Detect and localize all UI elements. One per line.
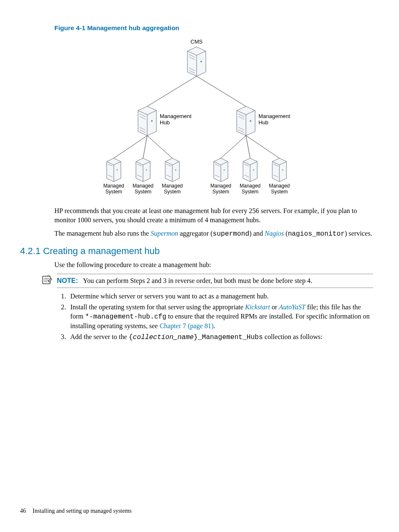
link-supermon[interactable]: Supermon — [151, 230, 178, 237]
svg-text:System: System — [135, 189, 151, 195]
svg-text:Managed: Managed — [162, 183, 183, 189]
steps-list: Determine which server or servers you wa… — [54, 292, 373, 342]
figure-caption: Figure 4-1 Management hub aggregation — [54, 24, 373, 32]
note-label: NOTE: — [57, 277, 78, 284]
paragraph-services: The management hub also runs the Supermo… — [54, 229, 373, 239]
paragraph-recommendation: HP recommends that you create at least o… — [54, 207, 373, 225]
svg-line-13 — [147, 76, 197, 106]
svg-text:Hub: Hub — [258, 119, 269, 126]
svg-text:System: System — [105, 189, 122, 195]
link-nagios[interactable]: Nagios — [265, 230, 284, 237]
svg-text:Management: Management — [258, 113, 290, 119]
svg-text:Managed: Managed — [210, 183, 231, 189]
svg-line-23 — [246, 136, 250, 158]
intro-text: Use the following procedure to create a … — [54, 261, 373, 270]
page-footer: 46Installing and setting up managed syst… — [20, 508, 132, 514]
svg-text:Hub: Hub — [160, 119, 170, 126]
svg-text:System: System — [212, 189, 229, 195]
svg-line-19 — [114, 136, 147, 158]
svg-text:System: System — [164, 189, 181, 195]
link-chapter7[interactable]: Chapter 7 (page 81) — [160, 322, 214, 330]
svg-line-24 — [246, 136, 279, 158]
page-number: 46 — [20, 508, 26, 514]
svg-text:System: System — [271, 189, 288, 195]
svg-text:Managed: Managed — [240, 183, 261, 189]
svg-line-14 — [197, 76, 246, 106]
diagram-management-hub: CMS Management Hub Management Hub Manage… — [79, 36, 314, 199]
note-icon — [41, 274, 53, 285]
step-1: Determine which server or servers you wa… — [68, 292, 373, 301]
link-autoyast[interactable]: AutoYaST — [279, 303, 305, 311]
svg-text:Managed: Managed — [269, 183, 290, 189]
svg-text:Management: Management — [160, 113, 192, 119]
svg-line-20 — [143, 136, 147, 158]
section-heading: 4.2.1 Creating a management hub — [20, 246, 373, 257]
note-content: NOTE:You can perform Steps 2 and 3 in re… — [57, 274, 373, 288]
svg-text:CMS: CMS — [191, 39, 203, 45]
svg-text:System: System — [242, 189, 258, 195]
step-3: Add the server to the {collection_name}_… — [68, 333, 373, 342]
step-2: Install the operating system for that se… — [68, 303, 373, 331]
svg-text:Managed: Managed — [103, 183, 124, 189]
link-kickstart[interactable]: Kickstart — [245, 303, 270, 311]
svg-text:Managed: Managed — [133, 183, 153, 189]
footer-title: Installing and setting up managed system… — [33, 508, 132, 514]
svg-line-22 — [221, 136, 246, 158]
svg-line-21 — [147, 136, 172, 158]
